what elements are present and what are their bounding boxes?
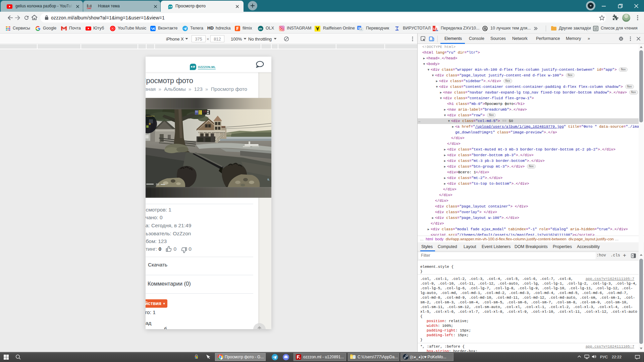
svg-text:A: A	[360, 28, 362, 31]
svg-text:84: 84	[156, 183, 159, 186]
svg-text:olx: olx	[259, 27, 262, 30]
svg-text:CMS: CMS	[87, 7, 91, 9]
svg-text:RN: RN	[436, 29, 438, 32]
svg-text:курсанта: курсанта	[146, 115, 155, 117]
